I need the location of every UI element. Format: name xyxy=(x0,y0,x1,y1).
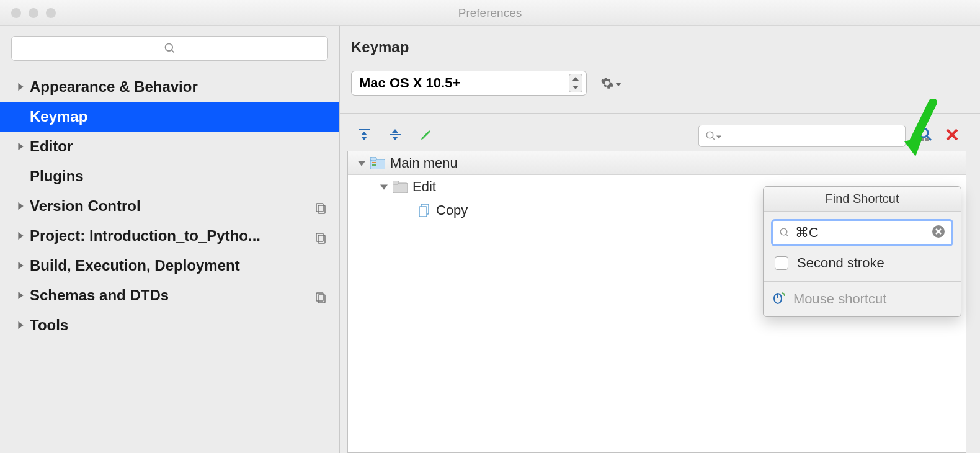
copy-icon xyxy=(419,204,431,217)
svg-rect-9 xyxy=(318,235,325,243)
minimize-window-icon[interactable] xyxy=(29,8,38,18)
svg-point-43 xyxy=(780,228,787,235)
svg-marker-15 xyxy=(572,77,579,81)
close-window-icon[interactable] xyxy=(11,8,21,18)
select-stepper-icon xyxy=(569,74,582,92)
sidebar-item-label: Editor xyxy=(30,138,73,155)
sidebar-item-label: Version Control xyxy=(30,197,141,215)
action-search-input[interactable] xyxy=(698,125,906,147)
svg-line-25 xyxy=(712,137,715,140)
sidebar-item-label: Plugins xyxy=(30,168,84,185)
chevron-right-icon xyxy=(11,83,30,91)
tree-label: Main menu xyxy=(390,155,458,171)
sidebar-item-tools[interactable]: Tools xyxy=(0,310,339,340)
sidebar-item-schemas[interactable]: Schemas and DTDs xyxy=(0,280,339,310)
sidebar-item-label: Tools xyxy=(30,316,68,334)
tree-row-main-menu[interactable]: Main menu xyxy=(348,151,966,175)
collapse-all-button[interactable] xyxy=(388,128,402,144)
svg-marker-26 xyxy=(716,136,721,139)
svg-marker-14 xyxy=(18,321,23,329)
sidebar-item-build[interactable]: Build, Execution, Deployment xyxy=(0,251,339,280)
chevron-down-icon xyxy=(615,78,621,89)
svg-rect-40 xyxy=(393,181,399,184)
search-icon xyxy=(779,227,790,238)
sidebar-item-label: Appearance & Behavior xyxy=(30,78,198,96)
svg-marker-3 xyxy=(18,143,23,150)
svg-marker-38 xyxy=(380,184,388,189)
search-icon xyxy=(705,130,716,141)
svg-rect-13 xyxy=(318,295,325,303)
svg-point-0 xyxy=(165,44,172,52)
svg-rect-12 xyxy=(316,293,323,301)
sidebar-item-keymap[interactable]: Keymap xyxy=(0,102,339,132)
zoom-window-icon[interactable] xyxy=(46,8,56,18)
chevron-down-icon xyxy=(353,159,370,167)
divider xyxy=(764,281,961,282)
svg-rect-37 xyxy=(372,164,376,166)
divider xyxy=(340,113,980,114)
sidebar-search-input[interactable] xyxy=(11,36,328,61)
sidebar-item-label: Build, Execution, Deployment xyxy=(30,257,240,274)
window-title: Preferences xyxy=(458,6,522,20)
svg-line-1 xyxy=(171,50,174,53)
chevron-right-icon xyxy=(11,292,30,299)
folder-icon xyxy=(370,157,385,169)
clear-input-button[interactable] xyxy=(932,225,945,241)
sidebar-item-appearance[interactable]: Appearance & Behavior xyxy=(0,72,339,102)
svg-rect-42 xyxy=(419,207,427,217)
chevron-right-icon xyxy=(11,143,30,150)
traffic-lights xyxy=(11,8,56,18)
profile-icon xyxy=(314,200,326,212)
checkbox-icon xyxy=(775,256,788,270)
svg-marker-22 xyxy=(392,129,398,133)
svg-rect-36 xyxy=(372,162,376,163)
svg-marker-7 xyxy=(18,232,23,240)
sidebar-item-plugins[interactable]: Plugins xyxy=(0,161,339,191)
popover-title: Find Shortcut xyxy=(764,187,961,212)
checkbox-label: Second stroke xyxy=(797,255,884,271)
chevron-down-icon xyxy=(375,183,393,191)
sidebar-item-label: Project: Introduction_to_Pytho... xyxy=(30,227,261,244)
preferences-sidebar: Appearance & Behavior Keymap Editor Plug… xyxy=(0,26,340,453)
svg-marker-20 xyxy=(361,137,367,140)
mouse-shortcut-link[interactable]: Mouse shortcut xyxy=(771,290,953,308)
svg-point-27 xyxy=(919,128,928,137)
page-title: Keymap xyxy=(349,38,963,56)
tree-label: Edit xyxy=(412,179,436,195)
svg-rect-35 xyxy=(370,157,376,161)
svg-marker-10 xyxy=(18,262,23,269)
second-stroke-checkbox[interactable]: Second stroke xyxy=(771,255,953,271)
svg-rect-29 xyxy=(920,138,924,141)
scheme-value: Mac OS X 10.5+ xyxy=(359,75,460,91)
svg-marker-17 xyxy=(615,83,621,86)
scheme-actions-button[interactable] xyxy=(600,76,621,90)
profile-icon xyxy=(314,230,326,241)
chevron-right-icon xyxy=(11,321,30,329)
mouse-shortcut-label: Mouse shortcut xyxy=(793,291,886,307)
sidebar-item-version-control[interactable]: Version Control xyxy=(0,191,339,221)
shortcut-input[interactable]: ⌘C xyxy=(771,219,953,246)
svg-rect-8 xyxy=(316,233,323,241)
svg-marker-33 xyxy=(358,161,365,166)
profile-icon xyxy=(314,290,326,301)
sidebar-item-editor[interactable]: Editor xyxy=(0,132,339,161)
find-by-shortcut-button[interactable] xyxy=(917,126,934,146)
svg-rect-6 xyxy=(318,205,325,213)
svg-marker-19 xyxy=(361,132,367,135)
svg-marker-2 xyxy=(18,83,23,91)
svg-marker-4 xyxy=(18,202,23,210)
sidebar-item-label: Schemas and DTDs xyxy=(30,287,169,304)
mouse-icon xyxy=(772,290,786,308)
gear-icon xyxy=(600,76,614,90)
svg-rect-5 xyxy=(316,204,323,212)
keymap-scheme-select[interactable]: Mac OS X 10.5+ xyxy=(351,71,587,96)
tree-label: Copy xyxy=(436,202,468,218)
expand-all-button[interactable] xyxy=(357,128,371,144)
svg-line-44 xyxy=(786,234,788,236)
chevron-down-icon xyxy=(716,130,721,141)
clear-filter-button[interactable] xyxy=(945,128,959,144)
sidebar-item-project[interactable]: Project: Introduction_to_Pytho... xyxy=(0,221,339,251)
find-shortcut-popover: Find Shortcut ⌘C Second stroke Mouse sho… xyxy=(763,186,961,317)
svg-rect-30 xyxy=(925,138,929,141)
edit-shortcut-button[interactable] xyxy=(419,128,433,144)
